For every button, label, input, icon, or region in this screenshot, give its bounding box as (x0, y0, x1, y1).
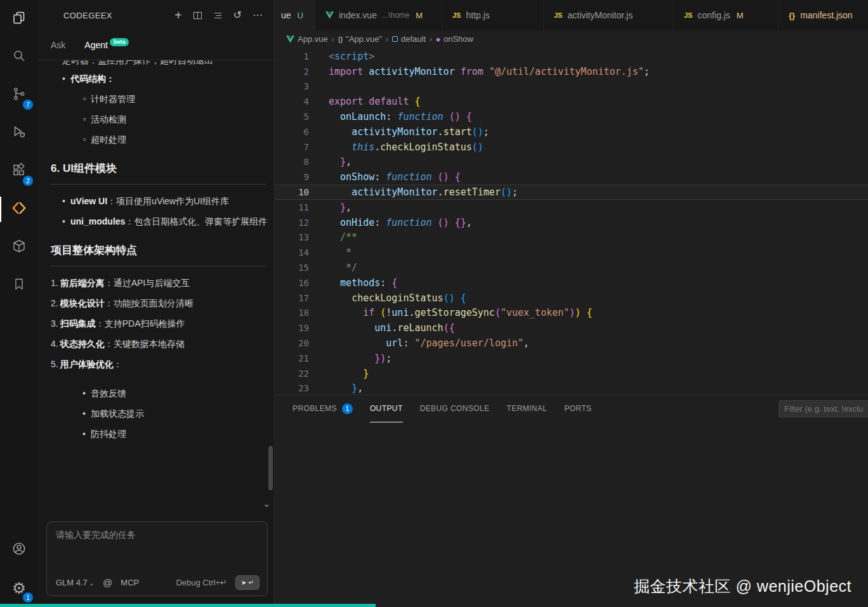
settings-badge: 1 (23, 592, 33, 603)
line-content: } (309, 368, 369, 379)
chat-input-area: 请输入要完成的任务 GLM 4.7⌄ @ MCP Debug Ctrl+↵ ➤↵ (38, 518, 274, 607)
code-line-1[interactable]: 1<script> (275, 49, 868, 64)
code-line-21[interactable]: 21 }); (275, 351, 868, 366)
panel-tab-problems[interactable]: PROBLEMS1 (293, 395, 353, 422)
code-line-6[interactable]: 6 activityMonitor.start(); (275, 124, 868, 140)
sidebar-scrollbar[interactable] (268, 446, 273, 490)
line-number: 10 (275, 187, 309, 197)
line-number: 6 (275, 127, 309, 137)
editor-tab-index.vue[interactable]: index.vue...\homeM (315, 0, 442, 30)
scroll-down-icon[interactable]: ⌄ (263, 499, 270, 509)
tab-ask[interactable]: Ask (51, 40, 65, 50)
new-chat-icon[interactable]: + (174, 9, 182, 22)
output-filter-input[interactable] (779, 400, 868, 417)
debug-shortcut-label[interactable]: Debug Ctrl+↵ (176, 578, 227, 587)
search-view-button[interactable] (0, 38, 38, 76)
code-line-22[interactable]: 22 } (275, 366, 868, 381)
list-item: 4. 状态持久化：关键数据本地存储 (38, 334, 268, 354)
account-button[interactable] (0, 531, 38, 569)
code-line-9[interactable]: 9 onShow: function () { (275, 169, 868, 185)
editor-tab-activityMonitor.js[interactable]: JSactivityMonitor.js (544, 0, 674, 30)
package-icon (11, 238, 27, 256)
code-line-20[interactable]: 20 url: "/pages/user/login", (275, 336, 868, 351)
extensions-view-button[interactable]: 2 (0, 152, 38, 190)
list-item: •加载状态提示 (38, 403, 268, 424)
breadcrumb-item[interactable]: {}"App.vue" (338, 34, 382, 44)
code-line-19[interactable]: 19 uni.reLaunch({ (275, 320, 868, 336)
code-line-10[interactable]: 10 activityMonitor.resetTimer(); (275, 185, 868, 200)
split-panel-icon[interactable] (193, 11, 202, 20)
code-line-12[interactable]: 12 onHide: function () {}, (275, 215, 868, 230)
code-line-15[interactable]: 15 */ (275, 260, 868, 275)
more-actions-icon[interactable]: ⋯ (253, 10, 263, 20)
activity-bar: 7 2 ⚙ 1 (0, 0, 38, 607)
line-content: onShow: function () { (309, 171, 461, 183)
editor-tab-http.js[interactable]: JShttp.js (442, 0, 544, 30)
breadcrumb-item[interactable]: default (392, 34, 426, 44)
source-control-view-button[interactable]: 7 (0, 76, 38, 114)
line-number: 16 (275, 278, 309, 288)
panel-tab-ports[interactable]: PORTS (564, 395, 591, 422)
codegeex-view-button[interactable] (0, 190, 38, 228)
code-line-5[interactable]: 5 onLaunch: function () { (275, 109, 868, 124)
bullet-icon: • (62, 191, 70, 211)
bullet-icon: • (62, 69, 70, 89)
tab-label: activityMonitor.js (567, 10, 633, 20)
line-content: }, (309, 202, 352, 213)
editor-tab-manifest.json[interactable]: {}manifest.json (779, 0, 868, 30)
history-icon[interactable]: ↺ (233, 10, 242, 20)
editor-tab-config.js[interactable]: JSconfig.jsM (674, 0, 779, 30)
vue-icon (286, 36, 294, 43)
files-view-button[interactable] (0, 0, 38, 38)
run-debug-view-button[interactable] (0, 114, 38, 152)
code-line-2[interactable]: 2import activityMonitor from "@/util/act… (275, 64, 868, 79)
circle-bullet-icon: ○ (82, 109, 91, 129)
code-line-7[interactable]: 7 this.checkLoginStatus() (275, 140, 868, 155)
code-editor[interactable]: 1<script>2import activityMonitor from "@… (275, 48, 868, 395)
code-line-4[interactable]: 4export default { (275, 94, 868, 109)
mention-button[interactable]: @ (103, 577, 112, 588)
sidebar-mode-tabs: Ask Agentbeta (38, 30, 274, 60)
code-line-8[interactable]: 8 }, (275, 155, 868, 170)
tab-label: index.vue (339, 10, 377, 20)
line-content: if (!uni.getStorageSync("vuex_token")) { (309, 307, 592, 318)
code-line-17[interactable]: 17 checkLoginStatus() { (275, 290, 868, 306)
line-content: methods: { (309, 277, 397, 289)
code-line-3[interactable]: 3 (275, 79, 868, 95)
list-item: •防抖处理 (38, 424, 268, 444)
breadcrumb-item[interactable]: ◆onShow (436, 34, 473, 44)
bookmarks-view-button[interactable] (0, 266, 38, 304)
breadcrumb-item[interactable]: App.vue (286, 34, 328, 44)
tab-agent[interactable]: Agentbeta (84, 40, 129, 51)
chat-list-icon[interactable] (213, 11, 223, 20)
chat-input[interactable]: 请输入要完成的任务 GLM 4.7⌄ @ MCP Debug Ctrl+↵ ➤↵ (46, 521, 268, 596)
mcp-button[interactable]: MCP (121, 578, 139, 587)
list-item: •uView UI：项目使用uView作为UI组件库 (38, 191, 268, 211)
symbol-method-icon: ◆ (436, 36, 440, 42)
code-line-11[interactable]: 11 }, (275, 200, 868, 215)
send-button[interactable]: ➤↵ (235, 575, 260, 590)
js-file-icon: JS (452, 11, 461, 19)
list-item: ○活动检测 (38, 109, 268, 129)
settings-button[interactable]: ⚙ 1 (0, 569, 38, 607)
section-heading-ui: 6. UI组件模块 (51, 161, 266, 185)
bullet-icon: • (82, 424, 91, 444)
code-line-13[interactable]: 13 /** (275, 230, 868, 245)
panel-tab-terminal[interactable]: TERMINAL (507, 395, 548, 422)
line-number: 4 (275, 96, 309, 107)
code-line-23[interactable]: 23 }, (275, 381, 868, 395)
model-selector[interactable]: GLM 4.7⌄ (56, 578, 95, 587)
editor-tab-ue[interactable]: ueU (275, 0, 315, 30)
braces-icon: {} (338, 36, 343, 43)
line-content: }); (309, 353, 391, 364)
code-line-16[interactable]: 16 methods: { (275, 275, 868, 290)
package-view-button[interactable] (0, 228, 38, 266)
code-line-14[interactable]: 14 * (275, 245, 868, 260)
js-file-icon: JS (684, 11, 692, 19)
code-line-18[interactable]: 18 if (!uni.getStorageSync("vuex_token")… (275, 306, 868, 321)
breadcrumb-separator: › (386, 35, 388, 44)
line-number: 11 (275, 202, 309, 212)
panel-tab-output[interactable]: OUTPUT (370, 395, 403, 422)
run-debug-icon (11, 124, 27, 142)
panel-tab-debug-console[interactable]: DEBUG CONSOLE (420, 395, 490, 422)
